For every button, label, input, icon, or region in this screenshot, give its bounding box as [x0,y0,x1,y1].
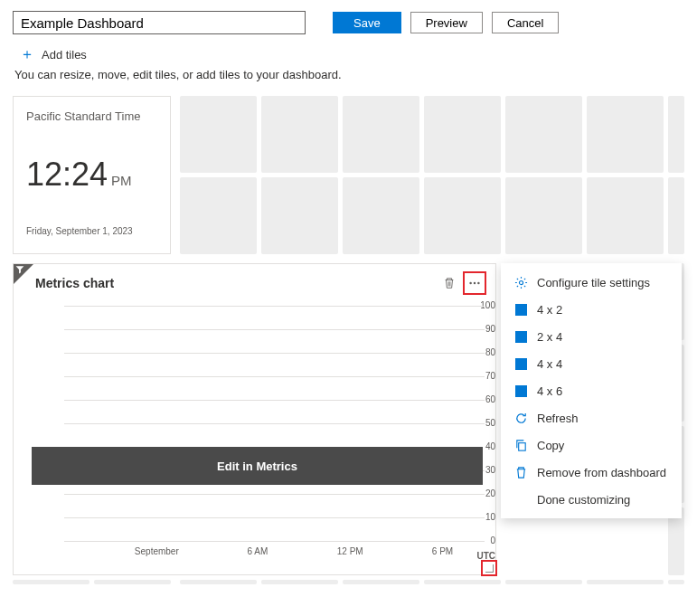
size-icon [513,356,528,371]
menu-configure-tile[interactable]: Configure tile settings [501,269,682,296]
empty-slot[interactable] [343,177,419,254]
plus-icon: ＋ [20,45,34,64]
dashboard-grid[interactable]: Pacific Standard Time 12:24 PM Friday, S… [13,96,684,584]
resize-handle[interactable] [481,560,497,576]
empty-slot[interactable] [261,96,338,173]
menu-label: 2 x 4 [537,330,562,344]
empty-slot[interactable] [505,177,582,254]
empty-slot[interactable] [261,580,338,584]
dashboard-name-input[interactable] [13,11,306,34]
tile-context-menu: Configure tile settings 4 x 2 2 x 4 4 x … [501,263,682,518]
metrics-title: Metrics chart [35,276,114,290]
x-tick: 12 PM [337,546,363,556]
empty-slot[interactable] [180,580,257,584]
empty-slot[interactable] [180,96,257,173]
menu-label: Copy [537,439,564,452]
filter-icon[interactable] [15,265,24,274]
gear-icon [513,275,528,289]
x-tick: 6 AM [247,546,268,556]
menu-done-customizing[interactable]: Done customizing [501,486,682,513]
menu-size-4x4[interactable]: 4 x 4 [501,350,682,377]
add-tiles-button[interactable]: ＋ Add tiles [20,45,684,64]
menu-copy[interactable]: Copy [501,431,682,459]
spacer-icon [513,492,528,507]
refresh-icon [513,411,528,425]
more-options-button[interactable] [463,271,486,295]
empty-slot[interactable] [94,580,171,584]
empty-slot[interactable] [587,580,664,584]
svg-point-1 [474,282,476,284]
empty-slot[interactable] [180,177,257,254]
clock-date: Friday, September 1, 2023 [26,226,157,236]
menu-size-4x2[interactable]: 4 x 2 [501,296,682,323]
svg-point-0 [469,282,471,284]
add-tiles-label: Add tiles [42,48,87,62]
empty-slot[interactable] [13,580,89,584]
preview-button[interactable]: Preview [410,12,483,33]
menu-label: 4 x 4 [537,357,562,371]
edit-in-metrics-button[interactable]: Edit in Metrics [32,447,483,485]
trash-icon [513,465,528,479]
empty-slot[interactable] [424,177,501,254]
svg-point-2 [477,282,479,284]
x-tick: September [135,546,179,556]
empty-slot[interactable] [343,580,419,584]
empty-slot[interactable] [261,177,338,254]
x-tick: 6 PM [432,546,453,556]
menu-size-2x4[interactable]: 2 x 4 [501,323,682,350]
cancel-button[interactable]: Cancel [492,12,559,33]
empty-slot[interactable] [424,96,501,173]
menu-label: Done customizing [537,493,630,507]
menu-remove[interactable]: Remove from dashboard [501,459,682,486]
menu-label: Refresh [537,412,579,425]
size-icon [513,384,528,398]
menu-label: 4 x 2 [537,303,562,317]
size-icon [513,329,528,344]
menu-refresh[interactable]: Refresh [501,404,682,431]
empty-slot[interactable] [587,96,664,173]
svg-point-3 [519,280,523,284]
delete-tile-icon[interactable] [441,275,457,291]
empty-slot[interactable] [424,580,501,584]
save-button[interactable]: Save [333,12,401,33]
empty-slot[interactable] [668,96,684,173]
menu-label: Remove from dashboard [537,466,666,479]
size-icon [513,302,528,317]
menu-size-4x6[interactable]: 4 x 6 [501,377,682,404]
empty-slot[interactable] [668,580,684,584]
clock-tile[interactable]: Pacific Standard Time 12:24 PM Friday, S… [13,96,171,254]
menu-label: Configure tile settings [537,276,650,289]
chart-area: 100 90 80 70 60 50 40 30 20 10 0 Edit in… [14,299,495,564]
metrics-chart-tile[interactable]: Metrics chart 100 90 80 70 60 50 [13,263,496,575]
clock-ampm: PM [111,173,132,188]
copy-icon [513,438,528,452]
clock-timezone: Pacific Standard Time [26,109,157,123]
hint-text: You can resize, move, edit tiles, or add… [14,68,684,81]
empty-slot[interactable] [587,177,664,254]
svg-rect-4 [518,442,525,450]
empty-slot[interactable] [343,96,419,173]
clock-time: 12:24 [26,156,108,194]
empty-slot[interactable] [668,177,684,254]
empty-slot[interactable] [505,580,582,584]
empty-slot[interactable] [505,96,582,173]
menu-label: 4 x 6 [537,384,562,398]
